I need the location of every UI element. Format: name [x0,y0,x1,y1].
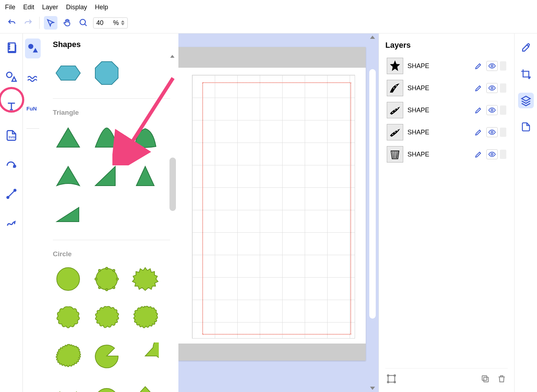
text-icon[interactable] [4,98,19,114]
layer-color-swatch[interactable] [500,128,506,137]
shape-triangle-6[interactable] [130,161,161,191]
svg-marker-16 [136,166,154,186]
layer-color-swatch[interactable] [500,150,506,159]
shape-circle-4[interactable] [53,302,83,333]
menu-edit[interactable]: Edit [23,4,34,11]
wave-tab[interactable] [25,68,41,88]
shape-circle-12[interactable] [130,379,161,392]
shape-circle-8[interactable] [91,341,122,371]
highlight-icon[interactable] [473,105,484,115]
shape-circle-3[interactable] [130,264,161,294]
highlight-icon[interactable] [473,149,484,159]
layers-icon[interactable] [518,93,534,108]
shape-circle-5[interactable] [91,302,122,333]
svg-point-37 [491,109,493,111]
shape-circle-7[interactable] [53,341,83,371]
draw-icon[interactable] [4,157,19,172]
shapes-title: Shapes [53,40,170,49]
left-rail: SVG [0,33,23,392]
layer-row[interactable]: SHAPE [385,121,508,143]
menu-display[interactable]: Display [66,4,87,11]
layer-row[interactable]: SHAPE [385,99,508,121]
zoom-input[interactable]: 40 % [93,17,128,29]
shape-circle-9[interactable] [130,341,161,371]
menu-layer[interactable]: Layer [42,4,58,11]
svg-point-48 [387,375,389,376]
shape-triangle-1[interactable] [53,122,83,153]
svg-point-2 [9,44,9,45]
layer-thumb-trail1 [387,102,403,118]
svg-rect-53 [482,376,487,380]
canvas-header-bar [178,47,366,68]
svg-point-46 [491,153,493,155]
page-icon[interactable] [518,119,534,135]
svg-point-22 [116,278,118,280]
brush-icon[interactable] [518,40,534,56]
menu-file[interactable]: File [5,4,15,11]
layer-row[interactable]: SHAPE [385,143,508,165]
shape-circle-10[interactable] [53,379,83,392]
basic-shapes-tab[interactable] [25,38,41,58]
layer-color-swatch[interactable] [500,61,506,71]
redo-button[interactable] [21,16,35,30]
shape-triangle-3[interactable] [130,122,161,153]
layer-row[interactable]: SHAPE [385,77,508,99]
shape-triangle-4[interactable] [53,161,83,191]
shape-octagon[interactable] [91,58,122,88]
panel-scrollbar-thumb[interactable] [169,158,176,211]
svg-point-25 [98,287,101,289]
path-icon[interactable] [4,215,19,231]
shape-hexagon[interactable] [53,58,83,88]
svg-point-32 [393,87,394,88]
visibility-icon[interactable] [486,83,498,93]
delete-icon[interactable] [496,373,508,385]
shape-circle-1[interactable] [53,264,83,294]
svg-point-39 [395,132,396,133]
shape-triangle-7[interactable] [53,199,83,230]
shape-triangle-5[interactable] [91,161,122,191]
highlight-icon[interactable] [473,127,484,137]
shape-circle-11[interactable] [91,379,122,392]
canvas-grid[interactable] [192,75,355,339]
layer-row[interactable]: SHAPE [385,55,508,77]
duplicate-icon[interactable] [479,373,491,385]
shape-circle-6[interactable] [130,302,161,333]
zoom-step-down[interactable] [121,23,125,25]
right-rail [514,33,537,392]
zoom-step-up[interactable] [121,20,125,22]
svg-point-21 [113,269,115,272]
zoom-unit: % [113,19,119,27]
menu-help[interactable]: Help [95,4,108,11]
crop-icon[interactable] [518,66,534,82]
layer-label: SHAPE [407,84,468,92]
canvas-scroll-down[interactable] [370,387,375,390]
shape-triangle-2[interactable] [91,122,122,153]
select-tool[interactable] [44,16,57,30]
zoom-tool[interactable] [77,16,90,30]
layer-thumb-hook [387,80,403,96]
canvas-scroll-up[interactable] [370,36,375,39]
layer-color-swatch[interactable] [500,83,506,93]
select-all-icon[interactable] [385,373,397,385]
svg-point-34 [397,108,398,109]
shapes-icon[interactable] [4,69,19,85]
highlight-icon[interactable] [473,61,484,71]
highlight-icon[interactable] [473,83,484,93]
shape-circle-2[interactable] [91,264,122,294]
undo-button[interactable] [5,16,19,30]
visibility-icon[interactable] [486,149,498,159]
canvas-scroll-thumb[interactable] [369,69,376,319]
layer-label: SHAPE [407,129,468,136]
layer-color-swatch[interactable] [500,105,506,115]
pan-tool[interactable] [60,16,74,30]
fun-tab[interactable]: FuN [25,98,41,118]
canvas[interactable] [178,33,379,392]
library-icon[interactable] [4,40,19,56]
visibility-icon[interactable] [486,105,498,115]
line-icon[interactable] [4,186,19,202]
visibility-icon[interactable] [486,127,498,137]
panel-scroll-up[interactable] [170,55,174,58]
visibility-icon[interactable] [486,61,498,71]
svg-marker-13 [95,62,118,84]
svg-icon[interactable]: SVG [4,128,19,143]
